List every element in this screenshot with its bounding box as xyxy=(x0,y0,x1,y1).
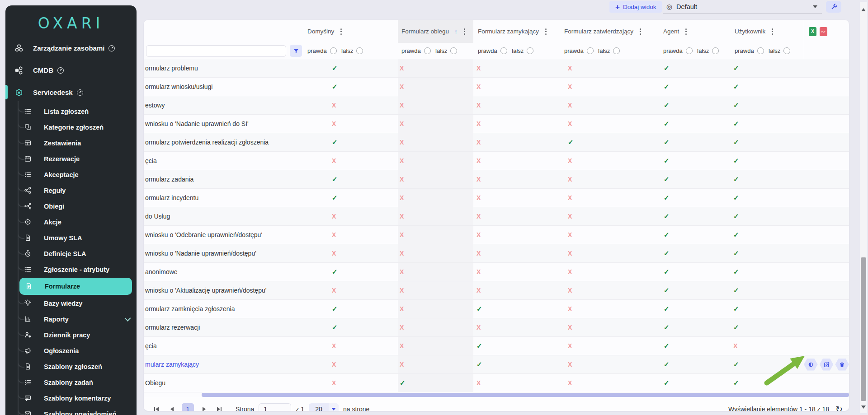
row-name-cell[interactable]: estowy xyxy=(144,102,304,109)
filter-true-radio[interactable] xyxy=(330,47,337,54)
vertical-scrollbar[interactable] xyxy=(860,2,867,413)
edit-row-button[interactable] xyxy=(820,359,834,371)
sidebar-item-szablony-powiadomień[interactable]: Szablony powiadomień xyxy=(5,406,137,415)
filter-funnel-button[interactable] xyxy=(290,45,302,57)
column-menu-kebab-icon[interactable] xyxy=(770,27,774,36)
column-menu-kebab-icon[interactable] xyxy=(684,27,688,36)
add-view-button[interactable]: + Dodaj widok xyxy=(609,1,662,13)
prev-page-button[interactable] xyxy=(166,404,177,411)
row-name-cell[interactable]: anonimowe xyxy=(144,268,304,275)
next-page-button[interactable] xyxy=(198,404,209,411)
scroll-down-arrow-icon[interactable] xyxy=(861,406,866,409)
filter-false-radio[interactable] xyxy=(783,47,790,54)
scroll-up-arrow-icon[interactable] xyxy=(861,8,866,11)
sidebar-section-cmdb[interactable]: CMDB xyxy=(5,59,137,81)
sidebar-item-umowy-sla[interactable]: Umowy SLA xyxy=(5,230,137,246)
filter-false-radio[interactable] xyxy=(712,47,719,54)
table-row[interactable]: wniosku o 'Aktualizację uprawnień/dostęp… xyxy=(144,281,849,300)
sidebar-item-kategorie-zgłoszeń[interactable]: Kategorie zgłoszeń xyxy=(5,119,137,135)
row-name-cell[interactable]: ormularz wniosku/usługi xyxy=(144,83,304,90)
table-row[interactable]: ormularz zadania✓XXX✓✓ xyxy=(144,170,849,189)
sidebar-item-rezerwacje[interactable]: Rezerwacje xyxy=(5,151,137,167)
column-header-5[interactable]: Agent xyxy=(650,20,722,43)
vertical-scrollbar-thumb[interactable] xyxy=(861,257,866,401)
view-select[interactable]: ◎ Default xyxy=(663,0,822,14)
table-row[interactable]: ormularz zamknięcia zgłoszenia✓X✓X✓✓ xyxy=(144,300,849,318)
sidebar-item-bazy-wiedzy[interactable]: Bazy wiedzy xyxy=(5,295,137,311)
column-header-4[interactable]: Formularz zatwierdzający xyxy=(555,20,650,43)
sidebar-item-reguły[interactable]: Reguły xyxy=(5,182,137,198)
column-menu-kebab-icon[interactable] xyxy=(544,27,548,36)
sidebar-item-zestawienia[interactable]: Zestawienia xyxy=(5,135,137,151)
row-name-cell[interactable]: ormularz zamknięcia zgłoszenia xyxy=(144,305,304,312)
horizontal-scrollbar[interactable] xyxy=(144,392,849,398)
column-menu-kebab-icon[interactable] xyxy=(638,27,642,36)
table-row[interactable]: anonimowe✓XXX✓✓ xyxy=(144,263,849,281)
column-menu-kebab-icon[interactable] xyxy=(339,27,343,36)
table-row[interactable]: ormularz rezerwacji✓XXX✓✓ xyxy=(144,318,849,337)
delete-row-button[interactable] xyxy=(835,359,849,371)
view-row-button[interactable] xyxy=(804,359,818,371)
row-name-cell[interactable]: wniosku o 'Aktualizację uprawnień/dostęp… xyxy=(144,287,304,294)
table-row[interactable]: wniosku o 'Nadanie uprawnień/dostępu'XXX… xyxy=(144,244,849,263)
sidebar-item-zgłoszenie-atrybuty[interactable]: Zgłoszenie - atrybuty xyxy=(5,261,137,277)
sidebar-item-akceptacje[interactable]: Akceptacje xyxy=(5,167,137,182)
table-row[interactable]: ormularz wniosku/usługi✓XXX✓✓ xyxy=(144,78,849,96)
table-row[interactable]: estowyXXXX✓✓ xyxy=(144,96,849,115)
column-header-3[interactable]: Formularz zamykający xyxy=(473,20,555,43)
table-row[interactable]: wniosku o 'Odebranie uprawnień/dostępu'X… xyxy=(144,226,849,244)
sidebar-item-formularze[interactable]: Formularze xyxy=(19,278,132,295)
horizontal-scrollbar-thumb[interactable] xyxy=(202,393,849,397)
row-name-cell[interactable]: wniosku o 'Nadanie uprawnień/dostępu' xyxy=(144,250,304,257)
export-excel-icon[interactable]: X xyxy=(809,27,816,36)
row-name-cell[interactable]: Obiegu xyxy=(144,379,304,387)
column-header-2[interactable]: Formularz obiegu↑ xyxy=(398,20,473,43)
sidebar-section-servicedesk[interactable]: Servicedesk xyxy=(5,81,137,103)
row-name-cell[interactable]: ęcia xyxy=(144,342,304,350)
row-name-cell[interactable]: ormularz problemu xyxy=(144,65,304,72)
sidebar-section-zarz-dzanie-zasobami[interactable]: Zarządzanie zasobami xyxy=(5,37,137,59)
sidebar-item-szablony-zgłoszeń[interactable]: Szablony zgłoszeń xyxy=(5,359,137,374)
table-row[interactable]: wniosku o 'Nadanie uprawnień do SI'XXXX✓… xyxy=(144,115,849,133)
sidebar-item-akcje[interactable]: Akcje xyxy=(5,214,137,230)
page-size-select[interactable]: 20 xyxy=(309,403,339,411)
sidebar-item-obiegi[interactable]: Obiegi xyxy=(5,198,137,214)
name-filter-input[interactable] xyxy=(146,45,286,57)
filter-false-radio[interactable] xyxy=(613,47,620,54)
sidebar-item-definicje-sla[interactable]: Definicje SLA xyxy=(5,246,137,261)
table-row[interactable]: ęciaXXXX✓✓ xyxy=(144,152,849,170)
table-row[interactable]: ęciaXX✓X✓X xyxy=(144,337,849,355)
column-header-1[interactable]: Domyślny xyxy=(304,20,398,43)
table-row[interactable]: ormularz problemu✓XXX✓✓ xyxy=(144,59,849,78)
filter-false-radio[interactable] xyxy=(356,47,363,54)
column-header-6[interactable]: Użytkownik xyxy=(722,20,804,43)
sidebar-item-ogłoszenia[interactable]: Ogłoszenia xyxy=(5,343,137,359)
sidebar-item-raporty[interactable]: Raporty xyxy=(5,311,137,327)
row-name-cell[interactable]: mularz zamykający xyxy=(144,361,304,368)
last-page-button[interactable] xyxy=(214,404,225,411)
sidebar-item-szablony-komentarzy[interactable]: Szablony komentarzy xyxy=(5,390,137,406)
sidebar-item-szablony-zadań[interactable]: Szablony zadań xyxy=(5,374,137,390)
row-name-cell[interactable]: ormularz zadania xyxy=(144,176,304,183)
filter-false-radio[interactable] xyxy=(450,47,457,54)
table-row[interactable]: ormularz potwierdzenia realizacji zgłosz… xyxy=(144,133,849,152)
table-row[interactable]: do UsługXXXX✓✓ xyxy=(144,207,849,226)
row-name-cell[interactable]: ormularz rezerwacji xyxy=(144,324,304,331)
page-number-input[interactable] xyxy=(259,403,291,411)
filter-true-radio[interactable] xyxy=(500,47,507,54)
first-page-button[interactable] xyxy=(151,404,162,411)
table-row[interactable]: mularz zamykającyXX✓X✓✓ xyxy=(144,355,849,374)
row-name-cell[interactable]: ormularz incydentu xyxy=(144,194,304,201)
row-name-cell[interactable]: ormularz potwierdzenia realizacji zgłosz… xyxy=(144,139,304,146)
filter-false-radio[interactable] xyxy=(527,47,533,54)
table-row[interactable]: ormularz incydentu✓XXX✓✓ xyxy=(144,189,849,207)
row-name-cell[interactable]: wniosku o 'Odebranie uprawnień/dostępu' xyxy=(144,231,304,238)
refresh-icon[interactable]: ↻ xyxy=(835,405,843,411)
sidebar-item-lista-zgłoszeń[interactable]: Lista zgłoszeń xyxy=(5,103,137,119)
filter-true-radio[interactable] xyxy=(757,47,764,54)
filter-true-radio[interactable] xyxy=(424,47,431,54)
row-name-cell[interactable]: ęcia xyxy=(144,157,304,164)
sidebar-item-dziennik-pracy[interactable]: Dziennik pracy xyxy=(5,327,137,343)
filter-true-radio[interactable] xyxy=(686,47,693,54)
export-pdf-icon[interactable]: PDF xyxy=(820,27,827,36)
